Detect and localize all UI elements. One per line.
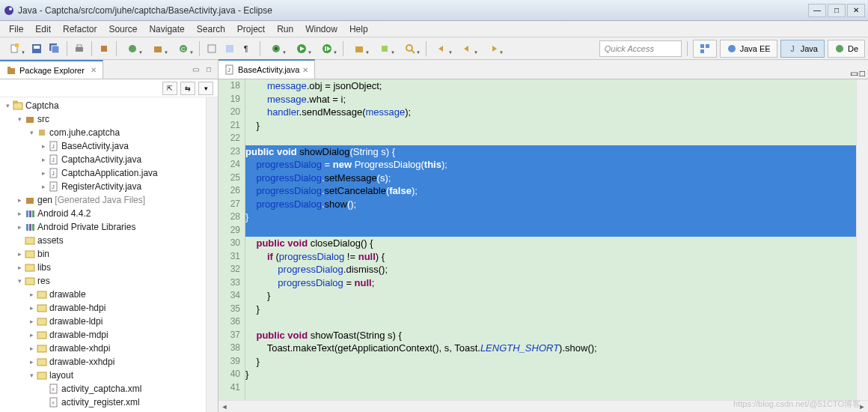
debug-button[interactable]: ▼	[264, 40, 288, 57]
code-line[interactable]: progressDialog = null;	[245, 276, 856, 290]
line-number[interactable]: 19	[218, 93, 240, 106]
tree-expander[interactable]: ▸	[39, 142, 48, 150]
tree-res[interactable]: ▾ res	[0, 274, 218, 288]
code-area[interactable]: message.obj = jsonObject; message.what =…	[245, 79, 856, 400]
tree-expander[interactable]: ▾	[27, 129, 36, 136]
code-line[interactable]	[245, 224, 856, 237]
tree-expander[interactable]: ▾	[15, 115, 24, 123]
package-explorer-tab[interactable]: Package Explorer ✕	[0, 60, 103, 79]
tree-expander[interactable]: ▸	[27, 291, 36, 298]
line-number[interactable]: 18	[218, 79, 240, 93]
maximize-editor-icon[interactable]: □	[860, 68, 865, 79]
tree-expander[interactable]: ▸	[27, 345, 36, 352]
package-tree[interactable]: ▾ Captcha ▾ src ▾ com.juhe.captcha ▸ J B…	[0, 97, 218, 412]
toggle-mark-button[interactable]	[204, 40, 220, 57]
code-line[interactable]: message.what = i;	[245, 93, 856, 106]
line-number[interactable]: 22	[218, 132, 240, 145]
line-number[interactable]: 30	[218, 237, 240, 250]
back-button[interactable]: ▼	[456, 40, 480, 57]
scroll-left-arrow[interactable]: ◄	[218, 401, 230, 412]
view-menu-button[interactable]: ▾	[198, 82, 213, 95]
code-line[interactable]: progressDialog.dismiss();	[245, 263, 856, 276]
new-android-button[interactable]: ▼	[373, 40, 397, 57]
line-number[interactable]: 25	[218, 172, 240, 185]
tree-drawable-folder[interactable]: ▸ drawable-xxhdpi	[0, 355, 218, 369]
menu-project[interactable]: Project	[231, 22, 271, 36]
line-number[interactable]: 27	[218, 198, 240, 211]
tree-priv-libs[interactable]: ▸ Android Private Libraries	[0, 220, 218, 234]
new-class-button[interactable]: C▼	[171, 40, 195, 57]
last-edit-button[interactable]: ▼	[430, 40, 454, 57]
new-package-button[interactable]: ▼	[146, 40, 170, 57]
save-all-button[interactable]	[46, 40, 63, 57]
close-icon[interactable]: ✕	[302, 66, 308, 74]
scroll-right-arrow[interactable]: ►	[856, 401, 868, 412]
tree-drawable-folder[interactable]: ▸ drawable-mdpi	[0, 328, 218, 342]
new-button[interactable]: ▼	[3, 40, 27, 57]
maximize-button[interactable]: □	[828, 4, 846, 17]
tree-java-file[interactable]: ▸ J CaptchaApplication.java	[0, 166, 218, 180]
line-number[interactable]: 24	[218, 158, 240, 172]
tree-drawable-folder[interactable]: ▸ drawable-hdpi	[0, 301, 218, 315]
code-line[interactable]: progressDialog.setCancelable(false);	[245, 184, 856, 198]
forward-button[interactable]: ▼	[481, 40, 505, 57]
minimize-button[interactable]: —	[808, 4, 826, 17]
menu-help[interactable]: Help	[343, 22, 374, 36]
code-line[interactable]: }	[245, 355, 856, 369]
open-type-button[interactable]: ▼	[120, 40, 144, 57]
code-line[interactable]	[245, 132, 856, 145]
collapse-all-button[interactable]: ⇱	[162, 82, 177, 95]
line-number[interactable]: 28	[218, 210, 240, 224]
tree-gen[interactable]: ▸ gen [Generated Java Files]	[0, 193, 218, 207]
save-button[interactable]	[28, 40, 45, 57]
line-number[interactable]: 41	[218, 381, 240, 395]
minimize-view-icon[interactable]: ▭	[189, 64, 201, 76]
code-line[interactable]	[245, 315, 856, 329]
toggle-block-button[interactable]	[221, 40, 238, 57]
tree-assets[interactable]: assets	[0, 234, 218, 247]
tree-expander[interactable]: ▸	[15, 250, 24, 258]
line-gutter[interactable]: 1819202122232425262728293031323334353637…	[218, 79, 245, 400]
horizontal-scrollbar[interactable]: ◄ ► https://blog.csdn.net/@51CTO博客	[218, 400, 868, 412]
perspective-debug[interactable]: De	[828, 40, 865, 58]
tree-expander[interactable]: ▸	[27, 358, 36, 366]
tree-expander[interactable]: ▸	[39, 169, 48, 177]
vertical-scrollbar[interactable]	[856, 79, 868, 400]
tree-expander[interactable]: ▾	[15, 277, 24, 285]
build-button[interactable]	[96, 40, 112, 57]
code-line[interactable]: }	[245, 368, 856, 381]
menu-navigate[interactable]: Navigate	[143, 22, 190, 36]
line-number[interactable]: 23	[218, 145, 240, 159]
print-button[interactable]	[71, 40, 88, 57]
line-number[interactable]: 26	[218, 184, 240, 198]
tree-expander[interactable]: ▸	[27, 304, 36, 312]
tree-expander[interactable]: ▸	[27, 331, 36, 339]
run-last-button[interactable]: ▼	[315, 40, 339, 57]
line-number[interactable]: 39	[218, 355, 240, 369]
line-number[interactable]: 31	[218, 250, 240, 264]
menu-file[interactable]: File	[3, 22, 29, 36]
tree-expander[interactable]: ▸	[15, 210, 24, 217]
perspective-javaee[interactable]: Java EE	[720, 40, 777, 58]
menu-window[interactable]: Window	[299, 22, 343, 36]
line-number[interactable]: 21	[218, 119, 240, 133]
quick-access-input[interactable]: Quick Access	[599, 40, 682, 57]
line-number[interactable]: 20	[218, 106, 240, 119]
tree-android[interactable]: ▸ Android 4.4.2	[0, 207, 218, 220]
menu-source[interactable]: Source	[103, 22, 143, 36]
run-button[interactable]: ▼	[290, 40, 314, 57]
tree-expander[interactable]: ▸	[15, 196, 24, 204]
line-number[interactable]: 36	[218, 315, 240, 329]
line-number[interactable]: 34	[218, 289, 240, 303]
code-line[interactable]: }	[245, 289, 856, 303]
tree-expander[interactable]: ▾	[27, 372, 36, 379]
close-icon[interactable]: ✕	[91, 66, 97, 74]
tree-expander[interactable]: ▸	[27, 318, 36, 325]
tree-java-file[interactable]: ▸ J CaptchaActivity.java	[0, 153, 218, 166]
tree-libs[interactable]: ▸ libs	[0, 261, 218, 274]
menu-run[interactable]: Run	[271, 22, 299, 36]
code-line[interactable]: progressDialog.show();	[245, 198, 856, 211]
editor-tab-baseactivity[interactable]: J BaseActivity.java ✕	[218, 59, 315, 79]
tree-layout[interactable]: ▾ layout	[0, 369, 218, 382]
tree-drawable-folder[interactable]: ▸ drawable-xhdpi	[0, 342, 218, 355]
